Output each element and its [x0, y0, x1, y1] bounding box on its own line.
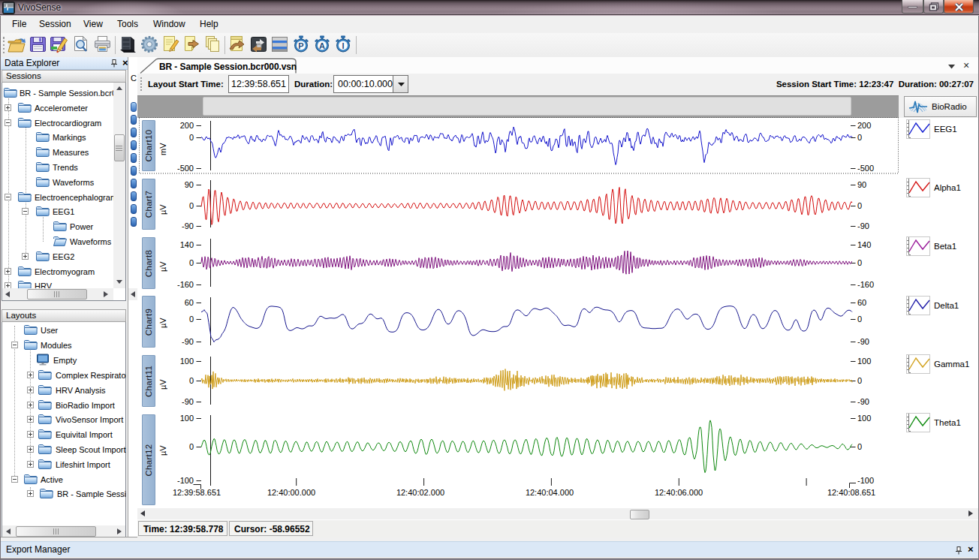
- svg-text:A: A: [319, 41, 325, 50]
- svg-text:I: I: [342, 41, 344, 50]
- svg-text:P: P: [298, 41, 303, 50]
